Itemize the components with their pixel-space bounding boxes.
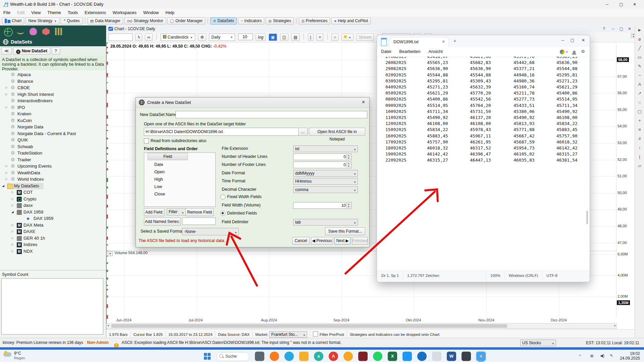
notepad-menu-ansicht[interactable]: Ansicht	[424, 47, 447, 56]
finished-button[interactable]: Finished	[352, 237, 368, 245]
menu-help[interactable]: Help	[162, 9, 178, 16]
scale-select[interactable]: Daily▼	[209, 34, 235, 41]
tree-item-dax-1959[interactable]: DAX 1959	[0, 216, 106, 222]
chevron-collapsed-icon[interactable]: ▷	[5, 93, 8, 96]
dataset-name-input[interactable]	[175, 111, 367, 118]
tree-item-cot[interactable]: ▷MCOT	[0, 189, 106, 196]
date-format-select[interactable]: ddMMyyyy▼	[293, 170, 358, 177]
chart-tab-title[interactable]: Chart - 1COV.DE Daily	[114, 26, 155, 31]
chart-close-button[interactable]: ✕	[628, 26, 631, 31]
polygon-tool-icon[interactable]: ▢	[635, 107, 644, 116]
field-row-date[interactable]: Date	[154, 162, 163, 167]
excel-icon[interactable]: X	[388, 352, 397, 361]
network-icon[interactable]: ⊕	[590, 353, 594, 358]
new-tab-icon[interactable]: +	[453, 38, 456, 44]
toolbar-indicators[interactable]: ~Indicators	[238, 17, 264, 24]
wave-panel-icon[interactable]	[17, 29, 24, 34]
tree-item-tradier[interactable]: ⚙Tradier	[0, 157, 106, 163]
ideas-button[interactable]: ▼	[341, 34, 354, 41]
libreoffice-icon[interactable]	[432, 352, 441, 361]
ruler-tool-icon[interactable]: ▱	[635, 161, 644, 170]
chevron-collapsed-icon[interactable]: ▷	[5, 177, 8, 181]
notepad-title-bar[interactable]: DOW1896.txt ✕ + ─ ▢ ✕	[377, 35, 590, 47]
notepad-minimize-icon[interactable]: ─	[561, 38, 564, 43]
scrollbar-thumb[interactable]	[111, 324, 507, 328]
add-field-button[interactable]: Add Field:	[144, 208, 165, 216]
chevron-collapsed-icon[interactable]: ▷	[11, 230, 14, 233]
previous-button[interactable]: ◀ Previous	[311, 237, 333, 245]
notepad-icon[interactable]: ≡	[476, 352, 486, 361]
tree-item-dax-1959[interactable]: ◢DAX 1959	[0, 209, 106, 216]
decimal-character-select[interactable]: comma▼	[293, 186, 358, 193]
notepad-maximize-icon[interactable]: ▢	[571, 38, 574, 43]
chart-help-button[interactable]: ?	[603, 26, 605, 31]
chart-restore-button[interactable]: ▢	[620, 26, 623, 31]
close-button[interactable]: ✕	[628, 0, 641, 9]
filter-checkbox[interactable]	[313, 331, 318, 337]
chevron-collapsed-icon[interactable]: ▷	[5, 164, 8, 168]
scroll-right-icon[interactable]: ▸	[614, 324, 616, 327]
chevron-collapsed-icon[interactable]: ▷	[11, 243, 14, 246]
chevron-collapsed-icon[interactable]: ▷	[11, 190, 14, 194]
tree-item-ger-40-1h[interactable]: ▷GER 40 1h	[0, 235, 106, 242]
notepad-text-area[interactable]: 2708202545418,0745621,6645572,7645565,23…	[377, 57, 590, 260]
rectangle-tool-icon[interactable]: ▭	[635, 53, 644, 62]
toolbar-new-strategy[interactable]: New Strategy▼	[25, 17, 59, 24]
tree-item-daxe[interactable]: ▷MDAXE	[0, 229, 106, 235]
number-of-header-lines-spinner[interactable]: 0▲▼	[293, 154, 352, 160]
tree-item-dasx[interactable]: ▷dasx	[0, 202, 106, 209]
tree-item-indizes[interactable]: ▷MIndizes	[0, 242, 106, 248]
tree-item-binance[interactable]: ⚙Binance	[0, 78, 106, 85]
tree-item-interactivebrokers[interactable]: ⚙InteractiveBrokers	[0, 98, 106, 104]
field-listbox[interactable]: Field DateOpenHighLowClose	[144, 153, 216, 207]
field-row-open[interactable]: Open	[154, 170, 165, 174]
pen-icon[interactable]: ✎	[610, 353, 613, 358]
browse-button[interactable]: ...	[298, 128, 308, 136]
menu-theme[interactable]: Theme	[44, 9, 64, 16]
chevron-collapsed-icon[interactable]: ▷	[5, 86, 8, 89]
circle-tool-button[interactable]: ○	[331, 34, 338, 41]
new-dataset-button[interactable]: +New DataSet	[13, 47, 50, 55]
copilot-icon[interactable]: ▼	[560, 49, 568, 54]
account-icon[interactable]	[573, 49, 576, 55]
menu-tools[interactable]: Tools	[64, 9, 81, 16]
avira-icon[interactable]: A	[329, 352, 338, 361]
menu-extensions[interactable]: Extensions	[81, 9, 109, 16]
chevron-collapsed-icon[interactable]: ▷	[11, 236, 14, 240]
filler-select[interactable]: Filler▼	[167, 208, 186, 216]
menu-view[interactable]: View	[28, 9, 44, 16]
tree-item-wealthdata[interactable]: ▷⚙WealthData	[0, 170, 106, 176]
menu-workspaces[interactable]: Workspaces	[109, 9, 140, 16]
phone-app-icon[interactable]	[402, 352, 412, 361]
chart-settings-button[interactable]: ⚙	[198, 34, 206, 41]
minimize-button[interactable]: ─	[600, 0, 614, 9]
filter-prepost[interactable]: Filter Pre/Post	[310, 330, 347, 339]
restore-button[interactable]: ▢	[614, 0, 628, 9]
chevron-collapsed-icon[interactable]: ▷	[11, 249, 14, 253]
desktop-app-icon[interactable]	[255, 352, 264, 361]
toolbar-strategies[interactable]: ◎Strategies	[266, 17, 294, 24]
text-tool-icon[interactable]: A	[635, 80, 644, 89]
notepad-tab[interactable]: DOW1896.txt ✕	[389, 37, 449, 48]
menu-file[interactable]: File	[0, 9, 14, 16]
link-button[interactable]: ∞	[145, 34, 153, 41]
notepad-menu-bearbeiten[interactable]: Bearbeiten	[395, 47, 424, 56]
chevron-collapsed-icon[interactable]: ▷	[5, 171, 8, 174]
pencil-tool-icon[interactable]: ✎	[635, 62, 644, 71]
file-explorer-icon[interactable]	[299, 352, 309, 361]
updown-tool-icon[interactable]: ↕	[635, 143, 644, 152]
field-row-close[interactable]: Close	[154, 192, 165, 196]
notepad-menu-datei[interactable]: Datei	[377, 47, 395, 56]
toolbar-preferences[interactable]: |||Preferences	[299, 17, 330, 24]
tree-item-cboe[interactable]: ▷⚙CBOE	[0, 85, 106, 91]
chart-type-select[interactable]: Candlestick▼	[161, 34, 195, 41]
file-extension-select[interactable]: txt▼	[293, 145, 358, 152]
add-named-series-button[interactable]: Add Named Series:	[144, 218, 181, 226]
chart-minimize-button[interactable]: ─	[611, 26, 614, 31]
arrow-tool-icon[interactable]: ↗	[635, 89, 644, 98]
firefox-icon[interactable]	[270, 352, 279, 361]
wave-tool-icon[interactable]: ~	[635, 71, 644, 80]
tree-item-crypto[interactable]: ▷Crypto	[0, 196, 106, 202]
volume-icon[interactable]: ◀)	[600, 353, 604, 358]
panel-help-button[interactable]: ?	[52, 47, 60, 55]
